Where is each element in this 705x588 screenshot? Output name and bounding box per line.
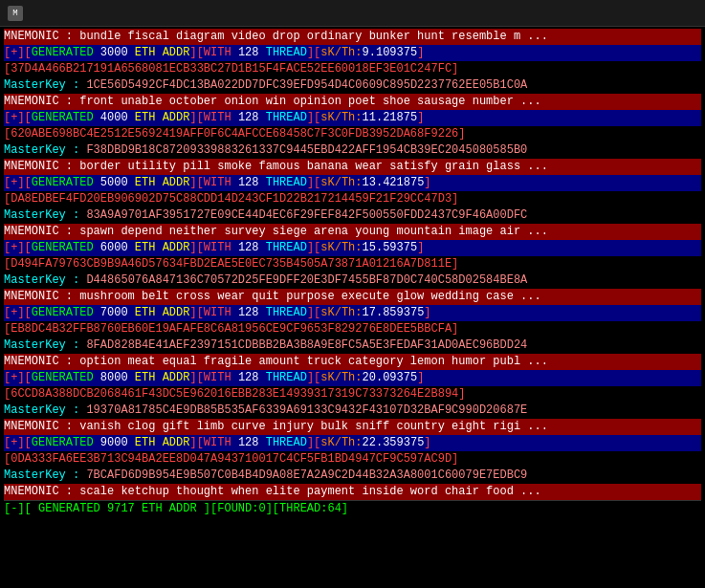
title-bar: M <box>0 0 705 27</box>
terminal-line-4: MNEMONIC : front unable october onion wi… <box>4 94 701 110</box>
terminal-line-19: MasterKey : 8FAD828B4E41AEF2397151CDBBB2… <box>4 338 701 354</box>
terminal-line-29: [-][ GENERATED 9717 ETH ADDR ][FOUND:0][… <box>4 500 701 517</box>
app-icon: M <box>8 6 23 21</box>
terminal-line-18: [EB8DC4B32FFB8760EB60E19AFAFE8C6A81956CE… <box>4 321 701 338</box>
terminal-line-8: MNEMONIC : border utility pill smoke fam… <box>4 159 701 175</box>
terminal-line-24: MNEMONIC : vanish clog gift limb curve i… <box>4 419 701 435</box>
terminal-line-15: MasterKey : D44865076A847136C70572D25FE9… <box>4 272 701 289</box>
terminal-line-10: [DA8EDBEF4FD20EB906902D75C88CDD14D243CF1… <box>4 191 701 207</box>
terminal-line-7: MasterKey : F38DBD9B18C87209339883261337… <box>4 142 701 159</box>
terminal-line-2: [37D4A466B217191A6568081ECB33BC27D1B15F4… <box>4 61 701 77</box>
terminal-line-21: [+][GENERATED 8000 ETH ADDR][WITH 128 TH… <box>4 370 701 386</box>
terminal-line-3: MasterKey : 1CE56D5492CF4DC13BA022DD7DFC… <box>4 77 701 94</box>
terminal-line-14: [D494FA79763CB9B9A46D57634FBD2EAE5E0EC73… <box>4 256 701 272</box>
terminal-line-1: [+][GENERATED 3000 ETH ADDR][WITH 128 TH… <box>4 45 701 61</box>
terminal-line-28: MNEMONIC : scale ketchup thought when el… <box>4 484 701 500</box>
terminal-line-25: [+][GENERATED 9000 ETH ADDR][WITH 128 TH… <box>4 435 701 451</box>
terminal-line-13: [+][GENERATED 6000 ETH ADDR][WITH 128 TH… <box>4 240 701 256</box>
terminal-line-16: MNEMONIC : mushroom belt cross wear quit… <box>4 289 701 305</box>
terminal-line-27: MasterKey : 7BCAFD6D9B954E9B507C0B4B4D9A… <box>4 468 701 484</box>
terminal-line-5: [+][GENERATED 4000 ETH ADDR][WITH 128 TH… <box>4 110 701 126</box>
terminal-line-20: MNEMONIC : option meat equal fragile amo… <box>4 354 701 370</box>
terminal-line-11: MasterKey : 83A9A9701AF3951727E09CE44D4E… <box>4 207 701 224</box>
terminal-line-6: [620ABE698BC4E2512E5692419AFF0F6C4AFCCE6… <box>4 126 701 142</box>
terminal-line-9: [+][GENERATED 5000 ETH ADDR][WITH 128 TH… <box>4 175 701 191</box>
terminal-line-12: MNEMONIC : spawn depend neither survey s… <box>4 224 701 240</box>
terminal-line-23: MasterKey : 19370A81785C4E9DB85B535AF633… <box>4 403 701 419</box>
terminal: MNEMONIC : bundle fiscal diagram video d… <box>0 27 705 588</box>
terminal-line-26: [0DA333FA6EE3B713C94BA2EE8D047A943710017… <box>4 451 701 468</box>
terminal-line-0: MNEMONIC : bundle fiscal diagram video d… <box>4 29 701 45</box>
terminal-line-22: [6CCD8A388DCB2068461F43DC5E962016EBB283E… <box>4 386 701 403</box>
terminal-line-17: [+][GENERATED 7000 ETH ADDR][WITH 128 TH… <box>4 305 701 321</box>
